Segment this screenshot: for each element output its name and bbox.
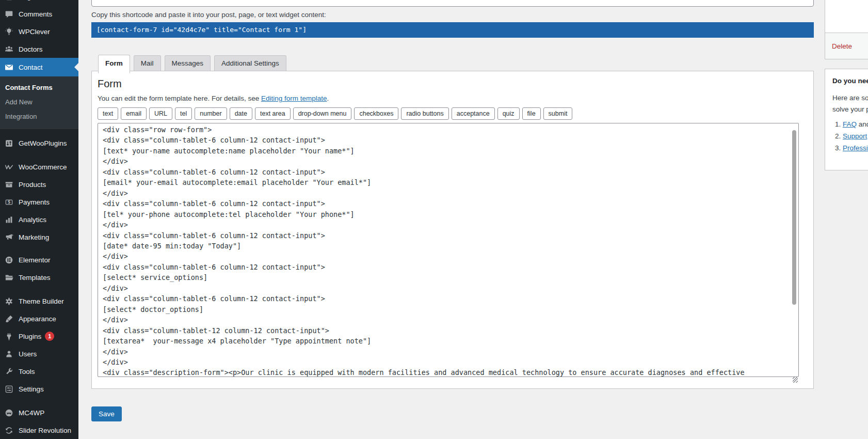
update-count-badge: 1	[45, 332, 54, 341]
tag-button-date[interactable]: date	[230, 107, 252, 120]
sidebar-subitem-add-new[interactable]: Add New	[0, 95, 78, 109]
sidebar-item-analytics[interactable]: Analytics	[0, 211, 78, 228]
users-icon	[5, 350, 13, 358]
sidebar-item-label: Templates	[19, 274, 51, 281]
sidebar-item-templates[interactable]: Templates	[0, 269, 78, 286]
sidebar-item-slider-revolution[interactable]: Slider Revolution	[0, 421, 78, 439]
sidebar-item-theme-builder[interactable]: Theme Builder	[0, 292, 78, 310]
publish-box: Delete	[825, 0, 868, 59]
sidebar-item-label: WPClever	[19, 28, 50, 36]
help-box-intro-line2: solve your problems.	[832, 104, 868, 115]
appearance-icon	[5, 315, 13, 323]
sidebar-item-label: Pages	[19, 0, 38, 1]
slider-revolution-icon	[5, 426, 13, 435]
help-link-professional[interactable]: Professional	[843, 144, 868, 152]
textarea-resize-grip[interactable]	[793, 377, 798, 383]
tab-mail[interactable]: Mail	[134, 55, 161, 71]
panel-description-text: You can edit the form template here. For…	[98, 95, 261, 102]
settings-icon	[5, 385, 13, 394]
tools-icon	[5, 367, 13, 376]
sidebar-item-tools[interactable]: Tools	[0, 363, 78, 380]
tag-button-text-area[interactable]: text area	[255, 107, 291, 120]
plugins-icon	[5, 332, 13, 341]
help-box-heading: Do you need help?	[832, 77, 868, 85]
tag-button-email[interactable]: email	[121, 107, 147, 120]
sidebar-item-label: Appearance	[19, 315, 56, 323]
sidebar-item-marketing[interactable]: Marketing	[0, 228, 78, 246]
sidebar-item-label: Settings	[19, 385, 44, 393]
products-icon	[5, 180, 13, 189]
help-link-list: FAQ andSupportProfessional	[843, 120, 868, 152]
sidebar-subitem-contact-forms[interactable]: Contact Forms	[0, 81, 78, 95]
sidebar-subitem-integration[interactable]: Integration	[0, 109, 78, 124]
tag-button-url[interactable]: URL	[149, 107, 172, 120]
sidebar-item-mc4wp[interactable]: MC4WP	[0, 404, 78, 421]
help-link-faq[interactable]: FAQ	[843, 120, 857, 128]
marketing-icon	[5, 233, 13, 242]
tag-button-tel[interactable]: tel	[175, 107, 192, 120]
templates-icon	[5, 273, 13, 282]
tag-button-quiz[interactable]: quiz	[497, 107, 520, 120]
sidebar-item-users[interactable]: Users	[0, 345, 78, 363]
tab-form[interactable]: Form	[98, 55, 130, 73]
save-button[interactable]: Save	[91, 406, 122, 421]
sidebar-item-label: Contact	[19, 64, 43, 71]
sidebar-item-doctors[interactable]: Doctors	[0, 40, 78, 58]
contact-icon	[5, 63, 13, 72]
help-box-intro: Here are some available options to help …	[832, 92, 868, 115]
tag-button-radio-buttons[interactable]: radio buttons	[401, 107, 448, 120]
sidebar-item-products[interactable]: Products	[0, 176, 78, 193]
tab-messages[interactable]: Messages	[165, 55, 211, 71]
pages-icon	[5, 0, 13, 1]
publish-box-footer: Delete	[825, 33, 868, 59]
delete-link[interactable]: Delete	[832, 42, 852, 50]
form-panel: Form You can edit the form template here…	[91, 71, 814, 389]
wpclever-icon	[5, 27, 13, 36]
title-input[interactable]	[91, 0, 814, 7]
sidebar-item-label: Elementor	[19, 256, 51, 264]
tag-button-text[interactable]: text	[98, 107, 118, 120]
sidebar-item-woocommerce[interactable]: WooCommerce	[0, 158, 78, 176]
tag-button-file[interactable]: file	[522, 107, 541, 120]
getwooplugins-icon	[5, 139, 13, 148]
tag-button-number[interactable]: number	[195, 107, 227, 120]
tag-button-submit[interactable]: submit	[543, 107, 573, 120]
sidebar-item-label: Products	[19, 181, 46, 189]
shortcode-help-text: Copy this shortcode and paste it into yo…	[91, 11, 326, 19]
sidebar-item-elementor[interactable]: Elementor	[0, 251, 78, 269]
sidebar-item-payments[interactable]: $Payments	[0, 193, 78, 211]
shortcode-field[interactable]: [contact-form-7 id="42d4c7e" title="Cont…	[91, 22, 814, 38]
tag-button-checkboxes[interactable]: checkboxes	[354, 107, 398, 120]
tag-button-acceptance[interactable]: acceptance	[452, 107, 495, 120]
form-template-textarea[interactable]	[98, 123, 799, 377]
help-box: Do you need help? Here are some availabl…	[825, 69, 868, 170]
sidebar-item-contact[interactable]: Contact	[0, 58, 78, 76]
admin-sidebar: PagesCommentsWPCleverDoctorsContactConta…	[0, 0, 78, 439]
sidebar-item-getwooplugins[interactable]: GetWooPlugins	[0, 134, 78, 152]
sidebar-item-pages[interactable]: Pages	[0, 0, 78, 5]
tag-button-drop-down-menu[interactable]: drop-down menu	[293, 107, 352, 120]
sidebar-item-comments[interactable]: Comments	[0, 5, 78, 23]
panel-title: Form	[98, 78, 808, 90]
sidebar-item-label: Analytics	[19, 216, 46, 224]
sidebar-item-label: Tools	[19, 368, 35, 375]
sidebar-item-label: Comments	[19, 10, 52, 18]
sidebar-item-wpclever[interactable]: WPClever	[0, 23, 78, 40]
editing-form-template-link[interactable]: Editing form template	[261, 95, 327, 102]
tab-additional-settings[interactable]: Additional Settings	[214, 55, 286, 71]
help-link-suffix: and	[857, 120, 868, 128]
help-link-support[interactable]: Support	[843, 132, 867, 140]
sidebar-item-label: Users	[19, 350, 37, 358]
doctors-icon	[5, 45, 13, 54]
sidebar-item-label: Theme Builder	[19, 297, 64, 305]
theme-builder-icon	[5, 297, 13, 306]
sidebar-item-plugins[interactable]: Plugins1	[0, 327, 78, 345]
mc4wp-icon	[5, 409, 13, 417]
textarea-scrollbar-thumb[interactable]	[792, 130, 796, 305]
help-list-item: Professional	[843, 144, 868, 152]
wp-admin-contact-form-editor: { "sidebar": { "items": [ {"label":"Page…	[0, 0, 868, 439]
sidebar-item-label: GetWooPlugins	[19, 139, 67, 147]
sidebar-item-appearance[interactable]: Appearance	[0, 310, 78, 327]
sidebar-item-settings[interactable]: Settings	[0, 380, 78, 398]
sidebar-item-label: Payments	[19, 198, 50, 206]
